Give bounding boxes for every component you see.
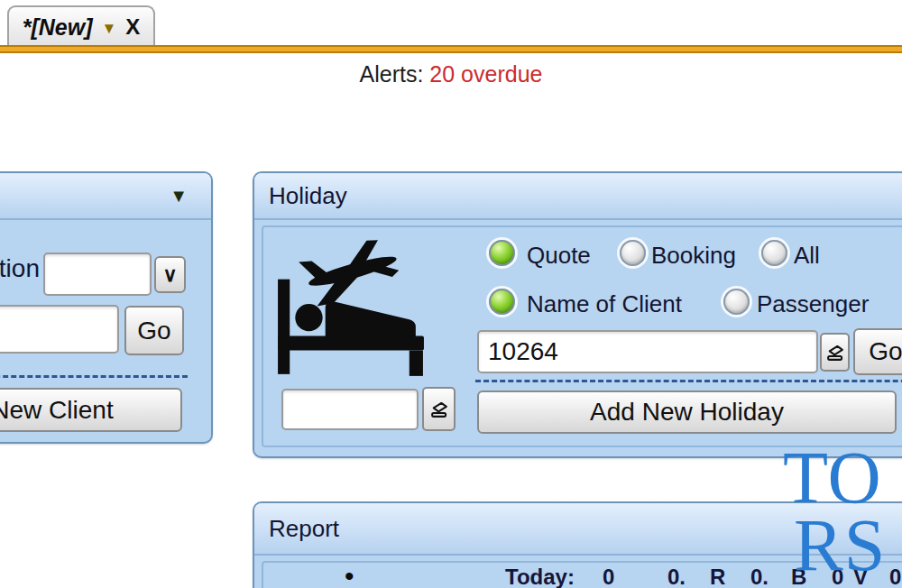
combo-input[interactable] bbox=[43, 253, 152, 296]
client-panel-header: ▼ bbox=[0, 173, 211, 220]
holiday-side-clear-button[interactable] bbox=[422, 387, 456, 431]
radio-booking-label[interactable]: Booking bbox=[651, 242, 736, 270]
report-panel-title: Report bbox=[269, 515, 339, 543]
radio-passenger[interactable] bbox=[723, 289, 750, 315]
holiday-go-button[interactable]: Go bbox=[853, 328, 902, 375]
radio-all-label[interactable]: All bbox=[794, 242, 820, 270]
report-panel: Report • Today: 0 0. R 0. B 0 V 0 bbox=[253, 501, 902, 588]
report-value: V bbox=[853, 565, 868, 588]
collapse-panel-icon[interactable]: ▼ bbox=[170, 186, 188, 207]
new-client-button[interactable]: New Client bbox=[0, 388, 182, 432]
client-panel-divider bbox=[0, 375, 188, 378]
holiday-panel-body: Quote Booking All Name of Client Passeng… bbox=[254, 220, 902, 455]
app-window: *[New] ▼ X Alerts: 20 overdue ▼ tion ∨ G… bbox=[0, 0, 902, 588]
holiday-panel-divider bbox=[475, 380, 902, 382]
holiday-search-input[interactable] bbox=[477, 330, 818, 373]
combo-label-partial: tion bbox=[0, 254, 40, 283]
radio-all[interactable] bbox=[761, 240, 787, 266]
tab-dropdown-icon[interactable]: ▼ bbox=[101, 19, 116, 36]
top-divider-rule bbox=[0, 45, 902, 53]
alerts-bar: Alerts: 20 overdue bbox=[0, 61, 902, 87]
add-new-holiday-button[interactable]: Add New Holiday bbox=[477, 390, 897, 434]
document-tab[interactable]: *[New] ▼ X bbox=[7, 5, 155, 47]
report-panel-body: • Today: 0 0. R 0. B 0 V 0 bbox=[254, 556, 902, 588]
report-value: 0. bbox=[667, 565, 686, 588]
client-search-input[interactable] bbox=[0, 305, 119, 354]
client-panel-body: tion ∨ Go New Client bbox=[0, 220, 211, 440]
report-bullet: • bbox=[345, 561, 354, 588]
eraser-icon bbox=[825, 343, 845, 363]
holiday-search-clear-button[interactable] bbox=[820, 333, 850, 372]
combo-dropdown-button[interactable]: ∨ bbox=[154, 256, 186, 293]
radio-booking[interactable] bbox=[620, 240, 646, 266]
report-value: 0 bbox=[832, 565, 843, 588]
holiday-panel-header: Holiday bbox=[254, 173, 902, 220]
report-value: 0 bbox=[889, 565, 901, 588]
radio-name-of-client[interactable] bbox=[489, 289, 515, 315]
radio-passenger-label[interactable]: Passenger bbox=[757, 290, 869, 318]
client-go-button[interactable]: Go bbox=[124, 306, 184, 355]
holiday-bed-airplane-icon bbox=[272, 233, 428, 381]
radio-quote[interactable] bbox=[489, 240, 515, 266]
report-panel-header: Report bbox=[254, 503, 902, 556]
radio-quote-label[interactable]: Quote bbox=[527, 242, 591, 270]
report-today-label: Today: bbox=[505, 565, 575, 588]
client-panel: ▼ tion ∨ Go New Client bbox=[0, 171, 213, 444]
report-value: 0 bbox=[603, 565, 614, 588]
chevron-down-icon: ∨ bbox=[162, 265, 177, 285]
tab-title: *[New] bbox=[23, 14, 93, 41]
report-value: B bbox=[791, 565, 806, 588]
holiday-panel-title: Holiday bbox=[269, 182, 347, 210]
eraser-icon bbox=[429, 400, 449, 419]
tab-close-icon[interactable]: X bbox=[125, 16, 140, 38]
holiday-panel: Holiday bbox=[253, 171, 902, 458]
radio-name-of-client-label[interactable]: Name of Client bbox=[527, 290, 682, 318]
report-value: R bbox=[710, 565, 725, 588]
alerts-label: Alerts: bbox=[360, 61, 424, 87]
report-value: 0. bbox=[750, 565, 769, 588]
alerts-value[interactable]: 20 overdue bbox=[429, 61, 542, 87]
holiday-side-input[interactable] bbox=[281, 389, 419, 430]
